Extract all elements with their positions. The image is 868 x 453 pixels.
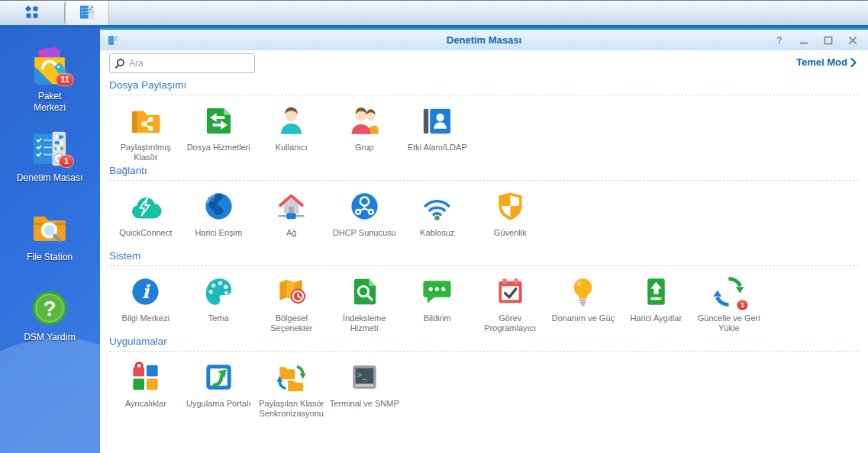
app-item-group[interactable]: Grup: [328, 103, 402, 163]
app-item-label: Görev Programlayıcı: [474, 313, 547, 334]
desktop-icon-package-center[interactable]: 11Paket Merkezi: [2, 46, 97, 114]
app-item-label: Bilgi Merkezi: [109, 313, 182, 334]
basic-mode-link[interactable]: Temel Mod: [796, 56, 857, 68]
help-icon[interactable]: ?: [774, 35, 784, 45]
section-title: Sistem: [109, 250, 859, 262]
app-item-hardware-power[interactable]: Donanım ve Güç: [547, 274, 620, 334]
notification-badge: 1: [737, 300, 748, 310]
svg-text:>_: >_: [357, 370, 366, 380]
app-item-indexing-service[interactable]: İndeksleme Hizmeti: [328, 274, 402, 334]
desktop-icon-file-station[interactable]: File Station: [2, 207, 97, 263]
section: Dosya PaylaşımıPaylaştırılmış KlasörDosy…: [109, 79, 859, 163]
app-item-task-scheduler[interactable]: Görev Programlayıcı: [474, 274, 547, 334]
section-divider: [109, 265, 859, 266]
app-item-user[interactable]: Kullanıcı: [255, 103, 328, 163]
shared-folder-sync-icon: [273, 359, 309, 395]
app-item-domain-ldap[interactable]: Etki Alanı/LDAP: [401, 103, 474, 163]
taskbar-control-panel-button[interactable]: [65, 1, 109, 25]
file-station-icon: [28, 207, 71, 249]
app-item-update-restore[interactable]: 1Güncelle ve Geri Yükle: [692, 274, 766, 334]
minimize-icon[interactable]: [799, 35, 808, 45]
app-item-security[interactable]: Güvenlik: [474, 188, 547, 249]
main-menu-icon: [23, 3, 41, 24]
app-item-label: Güncelle ve Geri Yükle: [692, 313, 766, 334]
section: BağlantıQuickConnectHarici ErişimAğDHCP …: [109, 165, 859, 249]
app-item-shared-folder-sync[interactable]: Paylaşılan Klasör Senkronizasyonu: [255, 359, 328, 419]
app-item-theme[interactable]: Tema: [182, 274, 256, 334]
desktop-icon-label: File Station: [2, 252, 97, 263]
section-title: Uygulamalar: [109, 336, 859, 347]
theme-icon: [201, 274, 237, 310]
user-icon: [273, 103, 309, 139]
app-item-label: İndeksleme Hizmeti: [328, 313, 402, 334]
app-item-wireless[interactable]: Kablosuz: [401, 188, 474, 249]
wireless-icon: [419, 188, 455, 224]
section: UygulamalarAyrıcalıklarUygulama PortalıP…: [109, 336, 859, 419]
search-input[interactable]: [129, 58, 250, 69]
window-title: Denetim Masası: [100, 34, 868, 46]
app-item-file-services[interactable]: Dosya Hizmetleri: [182, 103, 256, 163]
app-item-terminal-snmp[interactable]: >_Terminal ve SNMP: [328, 359, 402, 419]
application-portal-icon: [201, 359, 237, 395]
section-items: iBilgi MerkeziTemaBölgesel Seçeneklerİnd…: [109, 274, 859, 334]
app-item-label: Bölgesel Seçenekler: [255, 313, 328, 334]
app-item-external-access[interactable]: Harici Erişim: [182, 188, 256, 249]
notification-badge: 1: [59, 155, 74, 168]
app-item-label: Güvenlik: [474, 228, 547, 249]
desktop: 11Paket Merkezi1Denetim MasasıFile Stati…: [0, 27, 100, 453]
info-center-icon: i: [127, 274, 163, 310]
file-services-icon: [201, 103, 237, 139]
search-icon: [115, 58, 125, 69]
desktop-icon-dsm-help[interactable]: ?DSM Yardım: [2, 287, 97, 343]
desktop-icon-label: Denetim Masası: [2, 172, 97, 184]
section: SistemiBilgi MerkeziTemaBölgesel Seçenek…: [109, 250, 859, 334]
notification-badge: 11: [56, 73, 74, 86]
main-menu-button[interactable]: [0, 1, 64, 25]
app-item-info-center[interactable]: iBilgi Merkezi: [109, 274, 182, 334]
window-toolbar: Temel Mod: [100, 50, 868, 76]
app-item-notification[interactable]: Bildirim: [401, 274, 474, 334]
app-item-label: Harici Aygıtlar: [620, 313, 693, 334]
network-icon: [273, 188, 309, 224]
app-item-privileges[interactable]: Ayrıcalıklar: [109, 359, 182, 419]
svg-text:?: ?: [776, 35, 782, 45]
app-item-label: Tema: [182, 313, 256, 334]
app-item-label: Dosya Hizmetleri: [182, 143, 256, 163]
desktop-icon-control-panel[interactable]: 1Denetim Masası: [2, 127, 97, 184]
external-devices-icon: [638, 274, 674, 310]
app-item-label: QuickConnect: [109, 228, 182, 249]
app-item-label: Ayrıcalıklar: [109, 399, 182, 419]
update-restore-icon: 1: [711, 274, 747, 310]
app-item-regional-options[interactable]: Bölgesel Seçenekler: [255, 274, 328, 334]
package-center-icon: 11: [28, 46, 71, 88]
control-panel-window: Denetim Masası ?: [100, 27, 868, 453]
app-item-external-devices[interactable]: Harici Aygıtlar: [620, 274, 693, 334]
basic-mode-label: Temel Mod: [796, 56, 847, 68]
app-item-label: Uygulama Portalı: [182, 399, 256, 419]
app-item-quickconnect[interactable]: QuickConnect: [109, 188, 182, 249]
hardware-power-icon: [565, 274, 601, 310]
app-item-shared-folder[interactable]: Paylaştırılmış Klasör: [109, 103, 182, 163]
app-item-label: Donanım ve Güç: [547, 313, 620, 334]
chevron-right-icon: [850, 58, 857, 67]
app-item-network[interactable]: Ağ: [255, 188, 328, 249]
external-access-icon: [201, 188, 237, 224]
app-item-label: Harici Erişim: [182, 228, 256, 249]
desktop-icon-label: DSM Yardım: [2, 332, 97, 343]
desktop-icon-label: Paket Merkezi: [2, 91, 97, 114]
close-icon[interactable]: [847, 35, 857, 45]
section-items: AyrıcalıklarUygulama PortalıPaylaşılan K…: [109, 359, 859, 419]
app-item-label: Etki Alanı/LDAP: [401, 143, 474, 163]
notification-icon: [419, 274, 455, 310]
app-item-dhcp-server[interactable]: DHCP Sunucusu: [328, 188, 402, 249]
app-item-label: Grup: [328, 143, 402, 163]
domain-ldap-icon: [419, 103, 455, 139]
control-panel-icon: [78, 3, 96, 24]
group-icon: [347, 103, 382, 139]
security-icon: [492, 188, 528, 224]
section-title: Bağlantı: [109, 165, 859, 176]
app-item-application-portal[interactable]: Uygulama Portalı: [182, 359, 256, 419]
section-divider: [109, 351, 859, 352]
maximize-icon[interactable]: [823, 35, 833, 45]
section-divider: [109, 95, 859, 95]
